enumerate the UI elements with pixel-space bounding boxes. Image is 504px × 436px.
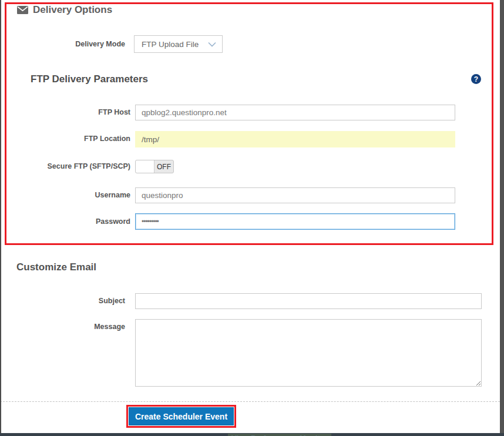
username-label: Username — [0, 191, 130, 199]
page-right-border — [500, 0, 504, 436]
highlight-box-create-button: Create Scheduler Event — [126, 405, 236, 428]
message-label: Message — [0, 323, 125, 331]
create-scheduler-event-button[interactable]: Create Scheduler Event — [129, 407, 234, 425]
customize-email-title: Customize Email — [16, 261, 96, 273]
footer-partial-link[interactable]: View Performance Monitor — [228, 434, 331, 436]
ftp-parameters-title: FTP Delivery Parameters — [31, 73, 148, 85]
help-icon[interactable]: ? — [471, 74, 481, 84]
toggle-knob — [136, 160, 154, 173]
chevron-down-icon — [208, 40, 216, 49]
ftp-location-input[interactable] — [135, 131, 455, 147]
scheduler-form-page: Delivery Options Delivery Mode FTP Uploa… — [0, 0, 504, 436]
clipped-footer-bar: View Performance Monitor — [0, 433, 504, 436]
delivery-mode-select[interactable]: FTP Upload File — [134, 35, 223, 53]
ftp-host-label: FTP Host — [0, 108, 130, 116]
page-left-border — [0, 0, 1, 436]
subject-input[interactable] — [135, 293, 482, 309]
password-label: Password — [0, 217, 130, 226]
secure-ftp-label: Secure FTP (SFTP/SCP) — [0, 162, 130, 170]
password-input[interactable] — [135, 213, 455, 230]
message-textarea[interactable] — [135, 319, 482, 387]
delivery-mode-label: Delivery Mode — [0, 40, 125, 48]
delivery-mode-value: FTP Upload File — [142, 40, 199, 49]
highlight-box-delivery-options — [5, 2, 493, 245]
subject-label: Subject — [0, 297, 125, 305]
username-input[interactable] — [135, 187, 455, 203]
toggle-state-label: OFF — [154, 160, 173, 173]
dashed-separator — [0, 401, 500, 402]
delivery-options-title: Delivery Options — [33, 4, 112, 16]
ftp-location-label: FTP Location — [0, 135, 130, 143]
secure-ftp-toggle[interactable]: OFF — [135, 160, 174, 173]
envelope-icon — [17, 6, 28, 16]
ftp-host-input[interactable] — [135, 105, 455, 120]
